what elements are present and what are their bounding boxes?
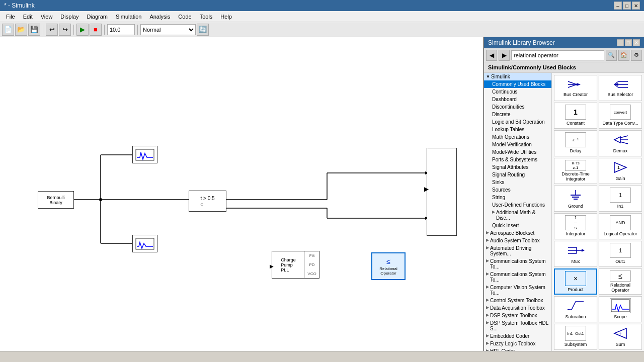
canvas-area[interactable]: BernoulliBinary t > 0.5⊙ bbox=[0, 37, 483, 351]
tree-item-comm1[interactable]: ▶Communications System To... bbox=[484, 257, 551, 270]
stop-button[interactable]: ■ bbox=[90, 24, 102, 36]
tree-item-automated[interactable]: ▶Automated Driving System... bbox=[484, 244, 551, 257]
block-item-scope[interactable]: Scope bbox=[599, 296, 642, 322]
block-big[interactable] bbox=[427, 148, 457, 236]
menu-analysis[interactable]: Analysis bbox=[145, 13, 174, 21]
block-item-integrator[interactable]: 1─s Integrator bbox=[554, 213, 597, 239]
block-item-saturation[interactable]: Saturation bbox=[554, 296, 597, 322]
menu-view[interactable]: View bbox=[37, 13, 57, 21]
lib-search-button[interactable]: 🔍 bbox=[606, 50, 617, 61]
redo-button[interactable]: ↪ bbox=[59, 24, 71, 36]
tree-item-embedded-coder[interactable]: ▶Embedded Coder bbox=[484, 332, 551, 340]
data-type-conv-icon: convert bbox=[610, 105, 631, 120]
mode-select[interactable]: Normal Accelerator Rapid Accelerator bbox=[140, 24, 196, 35]
discrete-int-label: Discrete-Time Integrator bbox=[556, 172, 595, 182]
block-item-bus-selector[interactable]: Bus Selector bbox=[599, 75, 642, 101]
save-button[interactable]: 💾 bbox=[28, 24, 40, 36]
lib-forward-button[interactable]: ▶ bbox=[499, 50, 510, 61]
lib-minimize[interactable]: – bbox=[617, 39, 624, 46]
lib-options-button[interactable]: ⚙ bbox=[631, 50, 642, 61]
tree-item-math[interactable]: Math Operations bbox=[484, 133, 551, 141]
block-item-constant[interactable]: 1 Constant bbox=[554, 103, 597, 129]
minimize-button[interactable]: – bbox=[614, 2, 622, 10]
tree-item-control-sys[interactable]: ▶Control System Toolbox bbox=[484, 297, 551, 304]
block-item-logical-op[interactable]: AND Logical Operator bbox=[599, 213, 642, 239]
block-relational2[interactable]: ≤ RelationalOperator bbox=[371, 252, 406, 280]
tree-item-computer-vision[interactable]: ▶Computer Vision System To... bbox=[484, 284, 551, 297]
tree-item-quick-insert[interactable]: Quick Insert bbox=[484, 222, 551, 229]
block-item-demux[interactable]: Demux bbox=[599, 130, 642, 156]
tree-item-audio[interactable]: ▶Audio System Toolbox bbox=[484, 237, 551, 244]
lib-search-input[interactable] bbox=[511, 50, 604, 60]
svg-marker-42 bbox=[582, 249, 585, 252]
tree-item-ports[interactable]: Ports & Subsystems bbox=[484, 156, 551, 163]
tree-item-dsp-hdl[interactable]: ▶DSP System Toolbox HDL S... bbox=[484, 319, 551, 332]
menu-help[interactable]: Help bbox=[216, 13, 236, 21]
block-item-sum[interactable]: + Sum bbox=[599, 324, 642, 350]
in1-icon: 1 bbox=[610, 188, 631, 203]
menu-file[interactable]: File bbox=[2, 13, 19, 21]
block-relational1[interactable]: t > 0.5⊙ bbox=[189, 191, 226, 212]
lib-home-button[interactable]: 🏠 bbox=[618, 50, 629, 61]
menu-tools[interactable]: Tools bbox=[196, 13, 217, 21]
block-bernoulli[interactable]: BernoulliBinary bbox=[38, 191, 74, 209]
block-item-out1[interactable]: 1 Out1 bbox=[599, 241, 642, 267]
tree-item-sinks[interactable]: Sinks bbox=[484, 178, 551, 186]
block-item-subsystem[interactable]: In1 Out1 Subsystem bbox=[554, 324, 597, 350]
tree-item-sources[interactable]: Sources bbox=[484, 186, 551, 194]
lib-maximize[interactable]: □ bbox=[625, 39, 632, 46]
tree-item-signal-attr[interactable]: Signal Attributes bbox=[484, 163, 551, 171]
block-item-data-type-conv[interactable]: convert Data Type Conv... bbox=[599, 103, 642, 129]
lib-back-button[interactable]: ◀ bbox=[486, 50, 497, 61]
tree-item-data-acq[interactable]: ▶Data Acquisition Toolbox bbox=[484, 304, 551, 312]
tree-item-commonly-used[interactable]: Commonly Used Blocks bbox=[484, 80, 551, 88]
tree-item-continuous[interactable]: Continuous bbox=[484, 88, 551, 96]
maximize-button[interactable]: □ bbox=[623, 2, 631, 10]
open-button[interactable]: 📂 bbox=[15, 24, 27, 36]
tree-item-discontinuities[interactable]: Discontinuities bbox=[484, 103, 551, 111]
block-item-mux[interactable]: Mux bbox=[554, 241, 597, 267]
menu-display[interactable]: Display bbox=[56, 13, 83, 21]
block-scope1[interactable] bbox=[132, 146, 157, 163]
undo-button[interactable]: ↩ bbox=[46, 24, 58, 36]
menu-diagram[interactable]: Diagram bbox=[83, 13, 112, 21]
svg-point-14 bbox=[99, 198, 102, 201]
tree-item-string[interactable]: String bbox=[484, 194, 551, 201]
tree-item-dsp[interactable]: ▶DSP System Toolbox bbox=[484, 312, 551, 319]
tree-item-user-defined[interactable]: User-Defined Functions bbox=[484, 201, 551, 209]
close-button[interactable]: ✕ bbox=[632, 2, 640, 10]
tree-item-comm2[interactable]: ▶Communications System To... bbox=[484, 270, 551, 284]
tree-item-discrete[interactable]: Discrete bbox=[484, 111, 551, 118]
zoom-input[interactable] bbox=[107, 24, 135, 35]
block-scope2[interactable] bbox=[132, 235, 157, 252]
tree-item-model-wide[interactable]: Model-Wide Utilities bbox=[484, 148, 551, 156]
tree-item-aerospace[interactable]: ▶Aerospace Blockset bbox=[484, 229, 551, 237]
lib-close[interactable]: ✕ bbox=[633, 39, 640, 46]
menu-simulation[interactable]: Simulation bbox=[112, 13, 145, 21]
block-item-ground[interactable]: Ground bbox=[554, 186, 597, 212]
menu-code[interactable]: Code bbox=[174, 13, 195, 21]
tree-item-fuzzy[interactable]: ▶Fuzzy Logic Toolbox bbox=[484, 340, 551, 347]
tree-item-logic[interactable]: Logic and Bit Operation bbox=[484, 118, 551, 126]
block-charge-pump[interactable]: ChargePumpPLL Filt PD VCO bbox=[272, 251, 319, 279]
tree-item-signal-route[interactable]: Signal Routing bbox=[484, 171, 551, 178]
block-item-discrete-int[interactable]: K·Tsz-1 Discrete-Time Integrator bbox=[554, 158, 597, 184]
run-button[interactable]: ▶ bbox=[76, 24, 89, 36]
svg-text:1: 1 bbox=[617, 165, 620, 170]
tree-item-simulink[interactable]: ▼ Simulink bbox=[484, 73, 551, 80]
tree-item-hdl-coder[interactable]: ▶HDL Coder bbox=[484, 347, 551, 351]
block-item-in1[interactable]: 1 In1 bbox=[599, 186, 642, 212]
block-item-bus-creator[interactable]: Bus Creator bbox=[554, 75, 597, 101]
tree-item-lookup[interactable]: Lookup Tables bbox=[484, 126, 551, 133]
tree-item-model-verif[interactable]: Model Verification bbox=[484, 141, 551, 148]
menu-edit[interactable]: Edit bbox=[19, 13, 37, 21]
new-button[interactable]: 📄 bbox=[2, 24, 14, 36]
block-item-relational-op[interactable]: ≤ Relational Operator bbox=[599, 268, 642, 295]
refresh-button[interactable]: 🔄 bbox=[197, 24, 209, 36]
tree-item-dashboard[interactable]: Dashboard bbox=[484, 96, 551, 103]
block-item-delay[interactable]: z⁻¹ Delay bbox=[554, 130, 597, 156]
block-item-product[interactable]: × Product bbox=[554, 268, 597, 295]
tree-item-additional-math[interactable]: ▶Additional Math & Disc... bbox=[484, 209, 551, 222]
block-item-gain[interactable]: 1 Gain bbox=[599, 158, 642, 184]
main-content: BernoulliBinary t > 0.5⊙ bbox=[0, 37, 644, 351]
